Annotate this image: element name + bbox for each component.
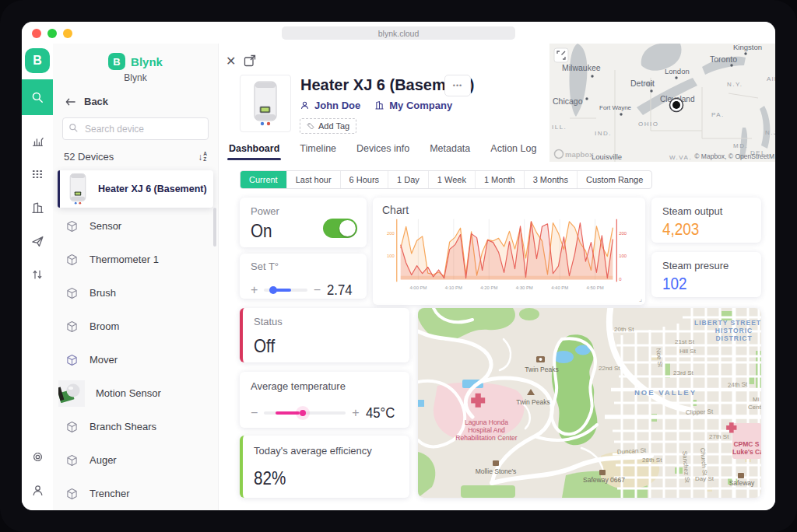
hospital-label: Rehabilitation Center: [455, 434, 518, 442]
sidebar-item-search[interactable]: [22, 79, 53, 115]
device-location-marker[interactable]: [670, 99, 683, 112]
map-city-label: Chicago: [553, 96, 583, 106]
device-count-row: 52 Devices ↓ AZ: [64, 151, 207, 163]
url-text: blynk.cloud: [378, 29, 420, 38]
map-expand-icon[interactable]: [554, 48, 568, 62]
district-label: DISTRICT: [715, 334, 752, 342]
device-list-item[interactable]: Brush: [53, 276, 218, 310]
map-region-label: N.Y.: [727, 81, 743, 88]
device-list-item[interactable]: Mover: [53, 343, 218, 376]
sidebar-item-account[interactable]: [26, 479, 48, 501]
add-tag-button[interactable]: Add Tag: [300, 118, 356, 134]
avg-temp-slider[interactable]: [264, 411, 346, 415]
street-label: Day St: [695, 475, 714, 482]
slider-handle[interactable]: [269, 286, 277, 294]
minimize-window-button[interactable]: [47, 29, 57, 38]
map-region-label: ILL.: [552, 124, 567, 131]
location-map[interactable]: Kingston Toronto Milwaukee London Detroi…: [549, 44, 775, 162]
device-cube-icon: [65, 287, 79, 299]
expand-icon[interactable]: [244, 54, 256, 67]
street-label: Clipper St: [686, 408, 714, 416]
set-t-slider[interactable]: [264, 289, 307, 292]
widget-label: Steam presure: [662, 260, 750, 271]
range-6-hours[interactable]: 6 Hours: [340, 171, 388, 188]
steam-output-value: 4,203: [662, 219, 699, 240]
slider-handle[interactable]: [300, 410, 306, 416]
device-label: Heater XJ 6 (Basement): [98, 184, 207, 194]
back-button[interactable]: Back: [65, 96, 108, 107]
logo-letter: B: [33, 54, 42, 68]
widget-label: Steam output: [662, 205, 750, 217]
close-device-view-button[interactable]: ✕: [226, 54, 236, 68]
poi-label: Mi: [753, 396, 760, 403]
tag-icon: [307, 122, 314, 130]
more-options-button[interactable]: •••: [444, 75, 471, 96]
device-cube-icon: [65, 421, 79, 433]
device-list-item[interactable]: Thermometer 1: [53, 243, 218, 276]
device-list-item[interactable]: Sensor: [53, 209, 218, 243]
range-1-day[interactable]: 1 Day: [388, 171, 428, 188]
tab-dashboard[interactable]: Dashboard: [229, 143, 279, 159]
close-window-button[interactable]: [32, 29, 41, 38]
organization-link[interactable]: My Company: [374, 100, 452, 111]
svg-text:4:00 PM: 4:00 PM: [409, 285, 427, 290]
widget-power: Power On: [240, 198, 367, 247]
blynk-logo[interactable]: B: [25, 48, 50, 73]
sidebar-item-devices[interactable]: [26, 163, 48, 185]
resize-handle-icon[interactable]: ⌟: [639, 295, 642, 303]
device-list-item[interactable]: Branch Shears: [53, 410, 218, 443]
device-frame: blynk.cloud B: [0, 0, 797, 532]
time-range-selector: Current Last hour 6 Hours 1 Day 1 Week 1…: [240, 170, 652, 189]
search-device-input[interactable]: [83, 118, 203, 139]
tab-devices-info[interactable]: Devices info: [356, 143, 409, 159]
city-map[interactable]: LIBERTY STREET HISTORIC DISTRICT NOE VAL…: [418, 308, 761, 498]
titlebar: blynk.cloud: [22, 22, 775, 44]
avg-temp-value: 45°C: [366, 404, 395, 422]
range-current[interactable]: Current: [241, 171, 286, 188]
sidebar-item-notifications[interactable]: [26, 230, 48, 252]
motion-sensor-thumbnail: [58, 380, 85, 407]
range-custom[interactable]: Custom Range: [577, 171, 651, 188]
sort-button[interactable]: ↓ AZ: [198, 152, 207, 163]
device-list-item-selected[interactable]: Heater XJ 6 (Basement): [58, 170, 213, 208]
building-icon: [374, 100, 384, 110]
device-list: Heater XJ 6 (Basement) Sensor Thermomete…: [53, 170, 218, 510]
tab-action-log[interactable]: Action Log: [490, 143, 536, 159]
tab-metadata[interactable]: Metadata: [430, 143, 470, 159]
widget-steam-output: Steam output 4,203: [651, 198, 761, 243]
sidebar-item-organization[interactable]: [26, 197, 48, 219]
map-city-label: Milwaukee: [562, 63, 601, 72]
map-region-label: Alb: [767, 75, 775, 82]
map-region-label: IND.: [595, 130, 612, 137]
range-3-months[interactable]: 3 Months: [524, 171, 577, 188]
power-toggle[interactable]: [323, 219, 357, 238]
device-label: Sensor: [90, 220, 121, 232]
person-icon: [31, 484, 44, 497]
range-last-hour[interactable]: Last hour: [286, 171, 340, 188]
range-1-week[interactable]: 1 Week: [428, 171, 475, 188]
sidebar-item-analytics[interactable]: [26, 130, 48, 152]
organization-label: My Company: [389, 100, 452, 111]
device-list-item[interactable]: Trencher: [53, 477, 218, 510]
device-list-item[interactable]: Motion Sensor: [53, 376, 218, 410]
range-1-month[interactable]: 1 Month: [475, 171, 524, 188]
zoom-window-button[interactable]: [63, 29, 72, 38]
traffic-lights: [32, 29, 72, 38]
sidebar-item-transfer[interactable]: [26, 264, 48, 285]
decrease-button[interactable]: −: [314, 284, 321, 296]
device-list-scrollbar[interactable]: [213, 208, 216, 247]
device-list-item[interactable]: Auger: [53, 443, 218, 477]
increase-button[interactable]: +: [352, 407, 359, 419]
decrease-button[interactable]: −: [251, 407, 258, 419]
sidebar-item-settings[interactable]: [26, 446, 48, 467]
device-list-item[interactable]: Broom: [53, 310, 218, 343]
url-bar[interactable]: blynk.cloud: [282, 26, 515, 40]
chart-svg[interactable]: 4:00 PM4:10 PM4:20 PM4:30 PM4:40 PM4:50 …: [382, 216, 636, 300]
tab-timeline[interactable]: Timeline: [300, 143, 336, 159]
widget-chart: Chart 4:00 PM4:10 PM4:20 PM4:30 PM4:40 P…: [373, 198, 645, 305]
steam-pressure-value: 102: [662, 274, 687, 294]
owner-link[interactable]: John Doe: [300, 100, 360, 111]
increase-button[interactable]: +: [251, 284, 258, 296]
map-city-label: Kingston: [733, 44, 762, 51]
poi-label: Safeway 0667: [583, 476, 625, 484]
